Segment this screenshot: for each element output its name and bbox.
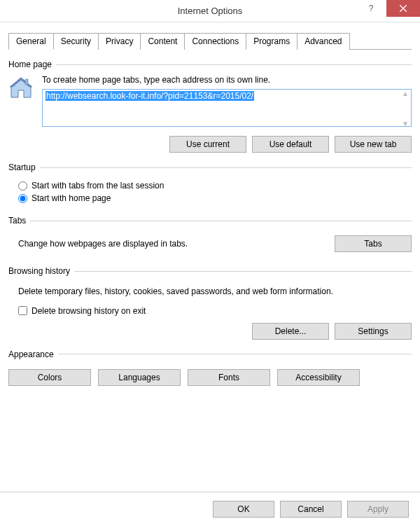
startup-last-session-row[interactable]: Start with tabs from the last session <box>18 181 412 191</box>
tab-content[interactable]: Content <box>140 33 185 50</box>
startup-home-radio[interactable] <box>18 194 27 203</box>
delete-on-exit-row[interactable]: Delete browsing history on exit <box>18 306 412 316</box>
titlebar: Internet Options ? <box>0 0 420 22</box>
home-page-url-input[interactable] <box>42 89 412 127</box>
tabs-legend: Tabs <box>8 216 30 226</box>
cancel-button[interactable]: Cancel <box>280 501 342 518</box>
home-page-group: Home page To create home page tabs, type… <box>8 60 412 153</box>
tab-advanced[interactable]: Advanced <box>297 33 349 50</box>
tab-programs[interactable]: Programs <box>246 33 298 50</box>
delete-history-button[interactable]: Delete... <box>252 323 329 340</box>
tab-privacy[interactable]: Privacy <box>98 33 141 50</box>
accessibility-button[interactable]: Accessibility <box>277 369 360 386</box>
browsing-history-help: Delete temporary files, history, cookies… <box>8 282 412 303</box>
delete-on-exit-label: Delete browsing history on exit <box>31 306 146 316</box>
home-page-legend: Home page <box>8 60 56 69</box>
tab-connections[interactable]: Connections <box>184 33 246 50</box>
browsing-history-group: Browsing history Delete temporary files,… <box>8 266 412 340</box>
startup-home-label: Start with home page <box>31 193 111 203</box>
use-default-button[interactable]: Use default <box>252 136 329 153</box>
history-settings-button[interactable]: Settings <box>335 323 412 340</box>
appearance-legend: Appearance <box>8 349 58 359</box>
fonts-button[interactable]: Fonts <box>188 369 270 386</box>
tabs-group: Tabs Change how webpages are displayed i… <box>8 216 412 256</box>
tab-general[interactable]: General <box>8 33 54 50</box>
languages-button[interactable]: Languages <box>98 369 181 386</box>
startup-group: Startup Start with tabs from the last se… <box>8 162 412 206</box>
close-icon <box>400 5 407 12</box>
use-new-tab-button[interactable]: Use new tab <box>335 136 412 153</box>
startup-last-session-radio[interactable] <box>18 181 27 191</box>
browsing-history-legend: Browsing history <box>8 266 74 276</box>
window-title: Internet Options <box>178 6 243 16</box>
tab-security[interactable]: Security <box>53 33 99 50</box>
apply-button[interactable]: Apply <box>347 501 409 518</box>
textarea-scrollbar[interactable]: ▲▼ <box>400 90 411 128</box>
home-page-help: To create home page tabs, type each addr… <box>42 75 412 85</box>
startup-last-session-label: Start with tabs from the last session <box>31 181 164 191</box>
tabs-help-text: Change how webpages are displayed in tab… <box>18 239 335 249</box>
colors-button[interactable]: Colors <box>8 369 91 386</box>
appearance-group: Appearance Colors Languages Fonts Access… <box>8 349 412 386</box>
help-button[interactable]: ? <box>356 0 386 17</box>
dialog-footer: OK Cancel Apply <box>0 492 420 526</box>
home-icon <box>8 75 34 102</box>
ok-button[interactable]: OK <box>213 501 274 518</box>
tab-strip: General Security Privacy Content Connect… <box>8 32 412 50</box>
startup-home-row[interactable]: Start with home page <box>18 193 412 203</box>
close-button[interactable] <box>386 0 420 17</box>
tabs-button[interactable]: Tabs <box>335 235 412 252</box>
startup-legend: Startup <box>8 162 40 172</box>
delete-on-exit-checkbox[interactable] <box>18 306 27 315</box>
svg-rect-4 <box>25 79 28 85</box>
use-current-button[interactable]: Use current <box>169 136 246 153</box>
